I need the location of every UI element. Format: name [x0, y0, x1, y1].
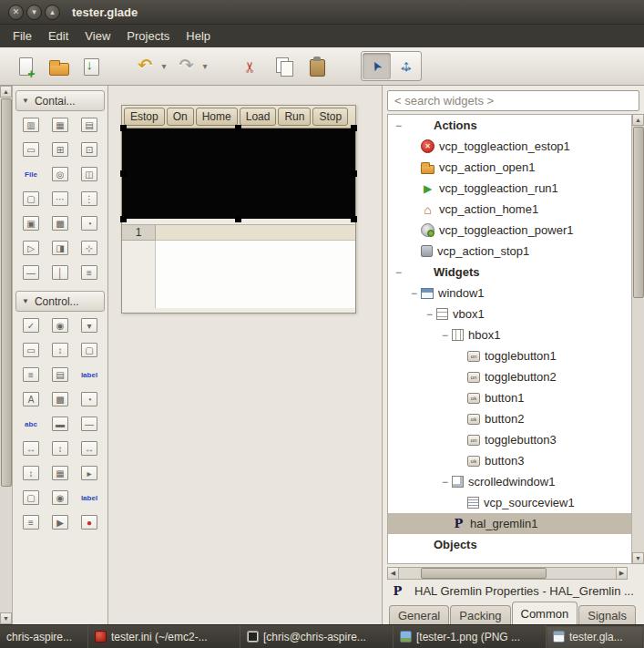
selection-handle[interactable]: [120, 170, 127, 177]
tree-item-button1[interactable]: okbutton1: [388, 387, 631, 408]
tree-scrollbar-thumb[interactable]: [633, 127, 644, 298]
taskbar-item-tester-ini-emc2[interactable]: tester.ini (~/emc2-...: [88, 625, 240, 648]
colorbutton-icon[interactable]: ▩: [52, 392, 68, 406]
calendar-icon[interactable]: ▦: [52, 466, 68, 480]
hscrollbar-icon[interactable]: ↔: [81, 441, 97, 456]
selection-handle[interactable]: [351, 125, 357, 131]
scroll-up-icon[interactable]: ▲: [0, 86, 12, 98]
chevron-down-icon[interactable]: ▾: [158, 61, 169, 71]
hseparator-icon[interactable]: —: [23, 265, 39, 280]
tree-item-vcp-action-open1[interactable]: vcp_action_open1: [388, 157, 631, 178]
palette-section-contai[interactable]: ▼Contai...: [15, 90, 105, 111]
table-icon[interactable]: ▦: [52, 118, 68, 132]
hscroll-track[interactable]: [399, 567, 616, 580]
tree-item-window1[interactable]: −window1: [388, 283, 631, 303]
alignment-icon[interactable]: ⊞: [52, 142, 68, 157]
tab-signals[interactable]: Signals: [578, 605, 636, 624]
design-button-load[interactable]: Load: [240, 108, 277, 126]
palette-scrollbar[interactable]: ▲ ▼: [0, 86, 13, 624]
expander-icon[interactable]: −: [440, 329, 450, 342]
expander-icon[interactable]: −: [440, 476, 450, 489]
new-button[interactable]: [10, 51, 40, 81]
tree-item-hbox1[interactable]: −hbox1: [388, 324, 631, 345]
tree-item-vbox1[interactable]: −vbox1: [388, 303, 631, 324]
handle-box-icon[interactable]: ◨: [52, 241, 68, 255]
expander-icon[interactable]: −: [394, 266, 404, 279]
tree-item-hal-gremlin1[interactable]: Phal_gremlin1: [388, 513, 631, 534]
entry-icon[interactable]: ▭: [23, 343, 39, 357]
redo-button[interactable]: [172, 51, 202, 81]
play-icon[interactable]: ▶: [52, 515, 68, 530]
drag-resize-button[interactable]: [392, 53, 420, 79]
eventbox-icon[interactable]: ▢: [23, 490, 39, 505]
copy-button[interactable]: [269, 51, 299, 81]
taskbar-item-tester-1-png-png[interactable]: [tester-1.png (PNG ...: [394, 625, 547, 648]
close-button[interactable]: ✕: [8, 5, 24, 20]
notebook-icon[interactable]: ▤: [81, 118, 97, 132]
spinbutton-icon[interactable]: ↕: [52, 343, 68, 357]
palette-section-control[interactable]: ▼Control...: [15, 291, 105, 312]
tree-item-vcp-toggleaction-power1[interactable]: vcp_toggleaction_power1: [388, 220, 631, 241]
selection-handle[interactable]: [120, 216, 127, 222]
tree-item-scrolledwindow1[interactable]: −scrolledwindow1: [388, 471, 631, 492]
viewport-icon[interactable]: ▣: [23, 216, 39, 231]
scroll-down-icon[interactable]: ▼: [0, 612, 12, 624]
tree-group-objects[interactable]: Objects: [388, 534, 631, 555]
paste-button[interactable]: [302, 51, 332, 81]
hscale-icon[interactable]: ↔: [23, 441, 39, 456]
menu-view[interactable]: View: [77, 26, 118, 47]
tab-packing[interactable]: Packing: [450, 605, 510, 624]
tab-common[interactable]: Common: [512, 602, 578, 624]
button-icon[interactable]: ▢: [81, 343, 97, 357]
menu-file[interactable]: File: [5, 26, 40, 47]
tree-item-togglebutton2[interactable]: ontogglebutton2: [388, 366, 631, 387]
tree-group-actions[interactable]: −Actions: [388, 115, 631, 136]
scroll-right-icon[interactable]: ▶: [616, 567, 628, 580]
tree-scrollbar[interactable]: ▲ ▼: [631, 114, 644, 564]
selection-handle[interactable]: [351, 170, 357, 177]
expander-icon[interactable]: ▷: [23, 241, 39, 255]
design-button-stop[interactable]: Stop: [312, 108, 348, 126]
radiobutton-icon[interactable]: ◉: [52, 318, 68, 333]
selector-button[interactable]: [363, 53, 391, 79]
statusbar-icon[interactable]: —: [81, 417, 97, 431]
taskbar-item-tester-gla[interactable]: tester.gla...: [547, 625, 644, 648]
fontbutton-icon[interactable]: A: [23, 392, 39, 406]
selection-handle[interactable]: [351, 216, 357, 222]
gremlin-3d-view[interactable]: [122, 129, 355, 219]
tree-item-togglebutton1[interactable]: ontogglebutton1: [388, 345, 631, 366]
textview-icon[interactable]: ≡: [23, 367, 39, 382]
hscroll-thumb[interactable]: [421, 568, 547, 579]
menubar-icon[interactable]: ≡: [23, 515, 39, 530]
option-menu-icon[interactable]: ◎: [52, 167, 68, 181]
tree-item-vcp-action-stop1[interactable]: vcp_action_stop1: [388, 241, 631, 262]
chevron-down-icon[interactable]: ▾: [199, 61, 210, 71]
save-button[interactable]: [76, 51, 106, 81]
checkbutton-icon[interactable]: ✓: [23, 318, 39, 333]
fixed-icon[interactable]: ⊹: [81, 241, 97, 255]
open-button[interactable]: [43, 51, 73, 81]
tree-item-vcp-action-home1[interactable]: ⌂vcp_action_home1: [388, 199, 631, 220]
link-button-icon[interactable]: label: [81, 490, 97, 505]
menu-projects[interactable]: Projects: [118, 26, 178, 47]
design-button-home[interactable]: Home: [196, 108, 238, 126]
scroll-up-icon[interactable]: ▲: [632, 114, 644, 126]
undo-button[interactable]: [131, 51, 161, 81]
hbox-icon[interactable]: ▥: [23, 118, 39, 132]
design-button-estop[interactable]: Estop: [124, 108, 165, 126]
search-input[interactable]: [387, 90, 639, 111]
volume-button-icon[interactable]: ◉: [52, 490, 68, 505]
scroll-down-icon[interactable]: ▼: [632, 552, 644, 564]
tree-item-togglebutton3[interactable]: ontogglebutton3: [388, 429, 631, 450]
vseparator-icon[interactable]: │: [52, 265, 68, 280]
expander-icon[interactable]: −: [394, 119, 404, 132]
cut-button[interactable]: [236, 51, 266, 81]
menu-help[interactable]: Help: [178, 26, 219, 47]
selection-handle[interactable]: [235, 125, 241, 131]
hbuttonbox-icon[interactable]: ⋯: [52, 191, 68, 206]
tree-group-widgets[interactable]: −Widgets: [388, 262, 631, 283]
vscale-icon[interactable]: ↕: [52, 441, 68, 456]
drawing-area-icon[interactable]: ◔: [81, 216, 97, 231]
tree-hscrollbar[interactable]: ◀ ▶: [387, 567, 628, 580]
maximize-button[interactable]: ▴: [45, 5, 60, 20]
